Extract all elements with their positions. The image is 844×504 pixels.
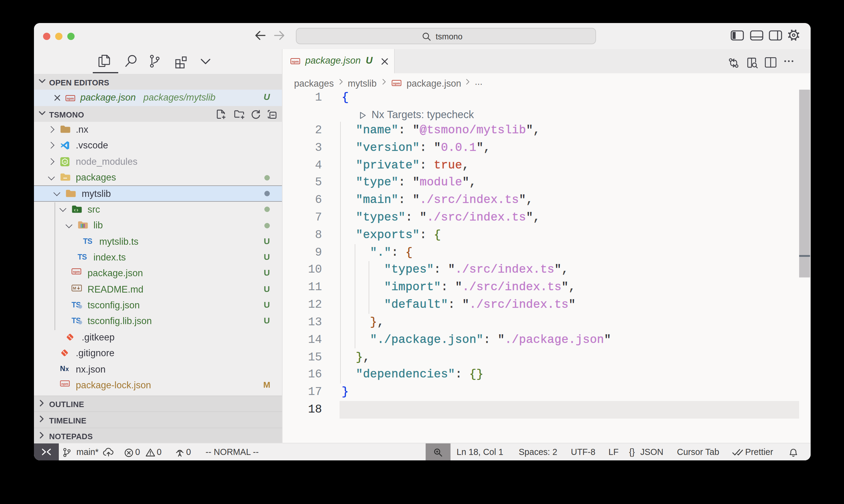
svg-text:npm: npm	[393, 82, 400, 85]
svg-text:npm: npm	[292, 60, 299, 63]
svg-text:npm: npm	[67, 96, 74, 100]
svg-text:JS: JS	[63, 160, 66, 163]
svg-text:npm: npm	[73, 270, 80, 273]
svg-text:x: x	[65, 365, 69, 372]
svg-text:npm: npm	[61, 382, 68, 385]
svg-text:TS: TS	[83, 237, 92, 245]
svg-text:N: N	[60, 364, 65, 372]
svg-text:M: M	[73, 286, 76, 290]
svg-text:TS: TS	[77, 253, 86, 260]
